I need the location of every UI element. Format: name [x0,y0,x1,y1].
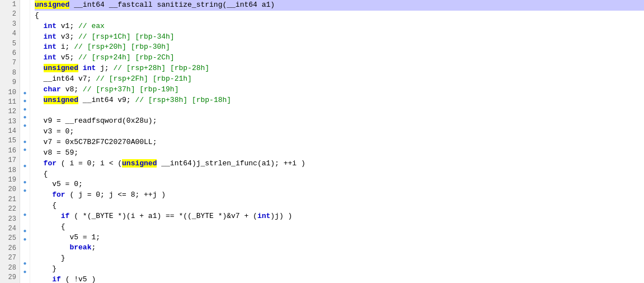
dot-19[interactable]: ● [21,146,29,155]
ln-29: 29 [3,273,16,282]
ln-15: 15 [3,136,16,146]
ln-22: 22 [3,205,16,214]
code-line-25: } [35,253,644,264]
dot-8 [21,57,29,66]
dot-6 [21,41,29,49]
ln-16: 16 [3,146,16,156]
code-line-22: { [35,222,644,233]
code-container: 1 2 3 4 5 6 7 8 9 10 11 12 13 14 15 16 1… [0,0,644,283]
dot-11 [21,81,29,90]
ln-11: 11 [3,98,16,107]
code-line-23: v5 = 1; [35,233,644,243]
dot-35 [21,276,29,283]
dot-14[interactable]: ● [21,106,29,114]
dot-22 [21,171,29,179]
code-line-12: v9 = __readfsqword(0x28u); [35,116,644,127]
ln-27: 27 [3,253,16,263]
code-line-21: if ( *(_BYTE *)(i + a1) == *((_BYTE *)&v… [35,211,644,222]
code-line-27: if ( !v5 ) [35,275,644,283]
ln-9: 9 [3,78,16,87]
ln-21: 21 [3,195,16,205]
dot-16[interactable]: ● [21,122,29,131]
ln-20: 20 [3,185,16,194]
code-line-7: unsigned int j; // [rsp+28h] [rbp-28h] [35,63,644,74]
ln-3: 3 [3,20,16,29]
code-line-3: int v1; // eax [35,21,644,32]
ln-5: 5 [3,39,16,49]
dot-12[interactable]: ● [21,90,29,98]
ln-18: 18 [3,166,16,175]
dot-26 [21,203,29,212]
ln-26: 26 [3,244,16,253]
dot-29[interactable]: ● [21,228,29,236]
dot-3 [21,16,29,25]
dot-34[interactable]: ● [21,268,29,277]
ln-24: 24 [3,224,16,234]
ln-25: 25 [3,234,16,243]
dot-9 [21,65,29,73]
dot-17 [21,130,29,138]
code-line-18: v5 = 0; [35,179,644,190]
dot-1 [21,0,29,8]
dot-30[interactable]: ● [21,236,29,244]
ln-12: 12 [3,107,16,117]
code-line-20: { [35,201,644,211]
dot-28 [21,220,29,228]
keyword-unsigned-1: unsigned [35,1,69,9]
code-line-26: } [35,264,644,275]
ln-1: 1 [3,0,16,10]
ln-4: 4 [3,29,16,39]
code-area: unsigned __int64 __fastcall sanitize_str… [30,0,644,283]
code-line-2: { [35,11,644,21]
ln-13: 13 [3,117,16,127]
code-line-15: v8 = 59; [35,148,644,159]
code-line-8: __int64 v7; // [rsp+2Fh] [rbp-21h] [35,74,644,85]
line-numbers: 1 2 3 4 5 6 7 8 9 10 11 12 13 14 15 16 1… [0,0,20,283]
ln-28: 28 [3,263,16,273]
code-line-11 [35,105,644,116]
ln-14: 14 [3,127,16,136]
dot-5 [21,33,29,41]
code-line-24: break; [35,243,644,253]
dot-10 [21,73,29,82]
dot-23[interactable]: ● [21,179,29,187]
ln-17: 17 [3,156,16,165]
dot-33[interactable]: ● [21,260,29,268]
code-line-10: unsigned __int64 v9; // [rsp+38h] [rbp-1… [35,95,644,106]
ln-19: 19 [3,175,16,185]
dot-21[interactable]: ● [21,163,29,171]
dot-27[interactable]: ● [21,211,29,220]
code-line-6: int v5; // [rsp+24h] [rbp-2Ch] [35,53,644,63]
dot-31 [21,244,29,252]
dot-24[interactable]: ● [21,187,29,196]
dot-15[interactable]: ● [21,114,29,122]
dot-32 [21,252,29,261]
dot-7 [21,49,29,57]
breakpoint-dots: ● ● ● ● ● ● ● ● ● ● ● ● ● ● ● [20,0,30,283]
code-line-5: int i; // [rsp+20h] [rbp-30h] [35,42,644,53]
dot-2 [21,8,29,17]
dot-18[interactable]: ● [21,138,29,147]
ln-23: 23 [3,215,16,224]
ln-10: 10 [3,88,16,98]
ln-8: 8 [3,68,16,78]
code-line-19: for ( j = 0; j <= 8; ++j ) [35,190,644,201]
ln-7: 7 [3,58,16,68]
code-line-16: for ( i = 0; i < (unsigned __int64)j_str… [35,159,644,169]
dot-4 [21,25,29,33]
code-line-17: { [35,169,644,180]
dot-25 [21,195,29,203]
code-line-13: v3 = 0; [35,127,644,137]
dot-20 [21,155,29,163]
dot-13[interactable]: ● [21,98,29,106]
ln-6: 6 [3,49,16,58]
code-line-9: char v8; // [rsp+37h] [rbp-19h] [35,85,644,95]
code-line-1: unsigned __int64 __fastcall sanitize_str… [35,0,644,11]
code-line-14: v7 = 0x5C7B2F7C20270A00LL; [35,137,644,148]
code-line-4: int v3; // [rsp+1Ch] [rbp-34h] [35,32,644,43]
ln-2: 2 [3,10,16,19]
